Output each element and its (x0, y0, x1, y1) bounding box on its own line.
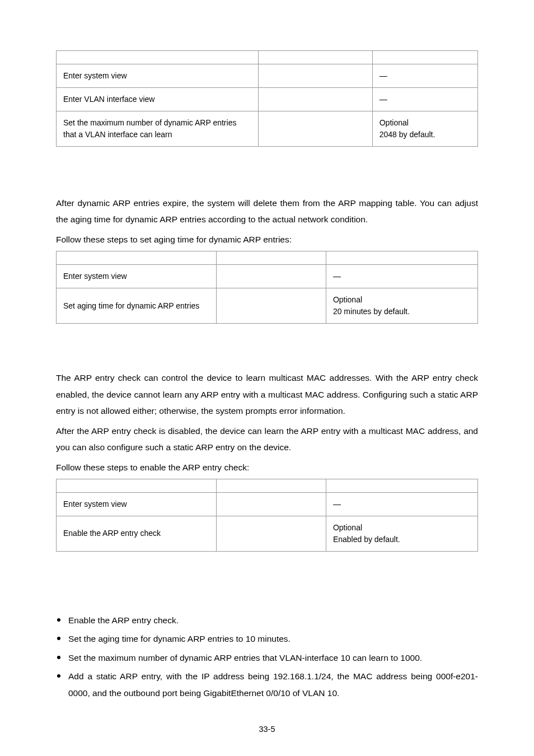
paragraph: The ARP entry check can control the devi… (56, 370, 478, 419)
table-aging-time: Enter system view — Set aging time for d… (56, 251, 478, 324)
cell-rem: Optional Enabled by default. (326, 516, 477, 551)
cell-rem: — (372, 64, 477, 88)
table-row: Enter system view — (57, 492, 478, 516)
table-row: Enable the ARP entry check Optional Enab… (57, 516, 478, 551)
paragraph: After dynamic ARP entries expire, the sy… (56, 195, 478, 228)
table-row: Set aging time for dynamic ARP entries O… (57, 288, 478, 324)
cell-step: Set aging time for dynamic ARP entries (57, 288, 217, 324)
cell-step: Enter VLAN interface view (57, 88, 259, 111)
cell-cmd (217, 288, 326, 324)
cell-step: Enter system view (57, 492, 217, 516)
page-number: 33-5 (0, 725, 534, 734)
table-row: Set the maximum number of dynamic ARP en… (57, 111, 478, 147)
table-row: Enter system view — (57, 64, 478, 88)
table-row: Enter VLAN interface view — (57, 88, 478, 111)
list-item: Add a static ARP entry, with the IP addr… (68, 668, 478, 701)
paragraph: Follow these steps to enable the ARP ent… (56, 459, 478, 475)
cell-step: Enter system view (57, 265, 217, 288)
cell-rem: — (326, 492, 477, 516)
cell-step: Enable the ARP entry check (57, 516, 217, 551)
cell-rem: — (326, 265, 477, 288)
cell-cmd (217, 265, 326, 288)
cell-cmd (259, 64, 372, 88)
cell-rem: Optional 20 minutes by default. (326, 288, 477, 324)
table-row: Enter system view — (57, 265, 478, 288)
paragraph: After the ARP entry check is disabled, t… (56, 423, 478, 456)
cell-cmd (217, 516, 326, 551)
cell-step: Enter system view (57, 64, 259, 88)
bullet-list: Enable the ARP entry check. Set the agin… (56, 612, 478, 701)
cell-cmd (217, 492, 326, 516)
paragraph: Follow these steps to set aging time for… (56, 231, 478, 248)
table-arp-entry-check: Enter system view — Enable the ARP entry… (56, 479, 478, 552)
cell-step: Set the maximum number of dynamic ARP en… (57, 111, 259, 147)
cell-rem: Optional 2048 by default. (372, 111, 477, 147)
list-item: Enable the ARP entry check. (68, 612, 478, 628)
list-item: Set the maximum number of dynamic ARP en… (68, 650, 478, 666)
cell-cmd (259, 88, 372, 111)
cell-rem: — (372, 88, 477, 111)
cell-cmd (259, 111, 372, 147)
table-max-dynamic-arp: Enter system view — Enter VLAN interface… (56, 50, 478, 147)
list-item: Set the aging time for dynamic ARP entri… (68, 631, 478, 647)
